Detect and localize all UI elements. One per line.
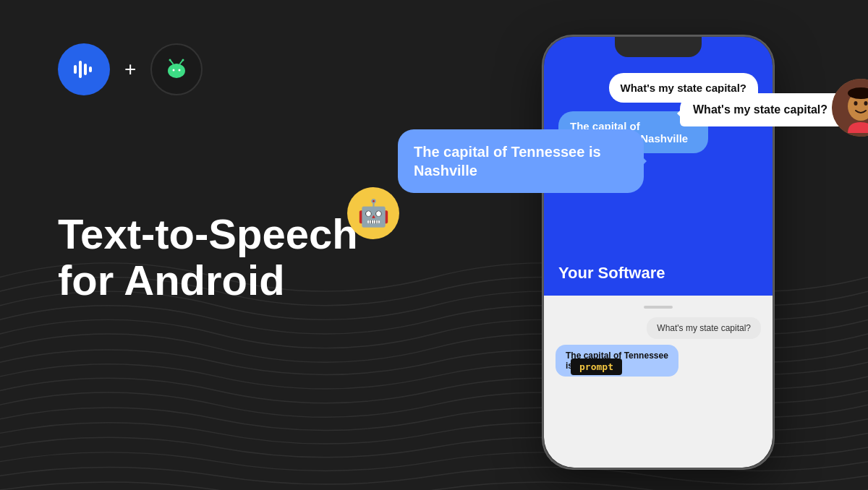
phone-notch [615, 37, 702, 57]
phone-screen-bottom: What's my state capital? The capital of … [544, 296, 773, 468]
svg-point-8 [169, 59, 171, 61]
your-software-label: Your Software [558, 264, 665, 283]
left-section: + Text-to-Speech for Android [58, 43, 405, 304]
scroll-indicator [644, 306, 673, 309]
user-avatar [832, 79, 868, 137]
svg-rect-1 [79, 61, 82, 78]
svg-point-10 [182, 59, 184, 61]
floating-speech-bubble: The capital of Tennessee is Nashville [398, 129, 644, 193]
svg-rect-3 [89, 66, 92, 72]
svg-point-4 [168, 64, 185, 78]
android-logo [150, 43, 203, 95]
svg-point-6 [179, 69, 181, 72]
bottom-messages: What's my state capital? The capital of … [556, 317, 761, 460]
svg-point-13 [854, 101, 858, 106]
phone-mockup: What's my state capital? The capital of … [542, 35, 774, 469]
svg-rect-0 [74, 65, 77, 74]
svg-rect-2 [84, 64, 87, 75]
svg-point-5 [173, 69, 175, 72]
headline-line2: for Android [58, 257, 405, 304]
logos-row: + [58, 43, 405, 95]
murf-logo [58, 43, 110, 95]
bottom-user-msg: What's my state capital? [647, 317, 761, 339]
right-section: What's my state capital? The capital of … [448, 0, 868, 490]
svg-point-14 [864, 101, 868, 106]
prompt-tag: prompt [571, 358, 622, 375]
speech-bubble-text: The capital of Tennessee is Nashville [398, 129, 644, 193]
robot-icon: 🤖 [347, 187, 399, 239]
plus-separator: + [124, 58, 136, 81]
